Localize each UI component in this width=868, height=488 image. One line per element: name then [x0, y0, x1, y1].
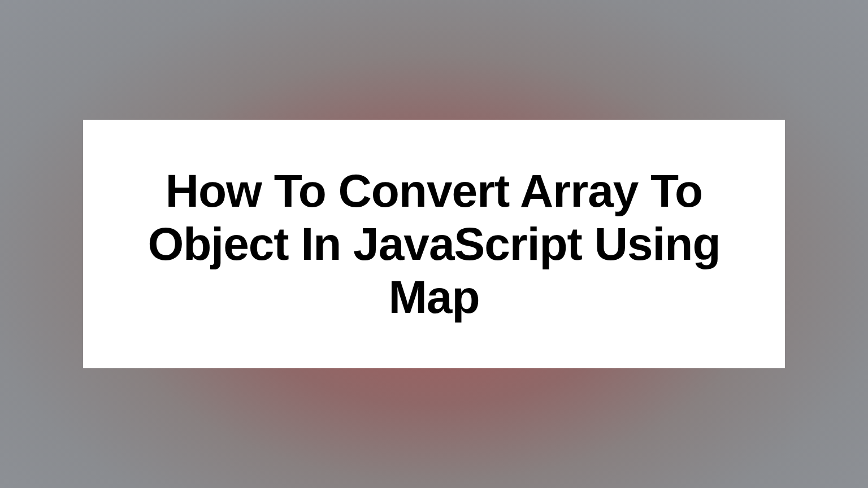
main-title: How To Convert Array To Object In JavaSc…	[128, 164, 740, 324]
gradient-background: How To Convert Array To Object In JavaSc…	[0, 0, 868, 488]
title-card: How To Convert Array To Object In JavaSc…	[83, 120, 785, 368]
